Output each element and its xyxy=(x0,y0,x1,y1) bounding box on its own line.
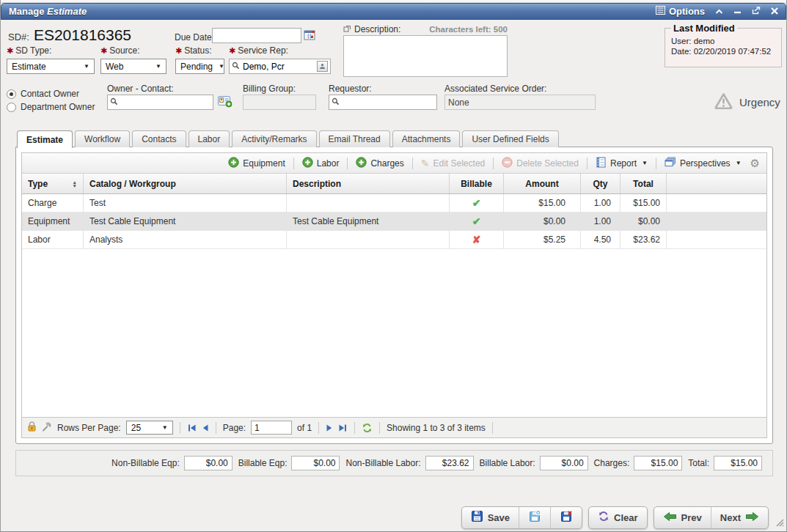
close-button[interactable] xyxy=(771,7,778,17)
column-header-catalog-workgroup[interactable]: Catalog / Workgroup xyxy=(84,174,287,193)
requestor-field[interactable] xyxy=(329,95,437,110)
total-grand: Total: $15.00 xyxy=(688,456,762,470)
sd-type-select[interactable]: Estimate xyxy=(7,59,95,74)
tab-email-thread[interactable]: Email Thread xyxy=(319,130,390,147)
search-icon xyxy=(232,62,240,72)
next-page-button[interactable] xyxy=(326,424,333,432)
refresh-icon[interactable] xyxy=(362,423,373,433)
tab-contacts[interactable]: Contacts xyxy=(132,130,186,147)
owner-contact-input[interactable] xyxy=(121,97,211,108)
source-select[interactable]: Web xyxy=(100,59,166,74)
add-labor-button[interactable]: Labor xyxy=(299,157,343,170)
next-button[interactable]: Next xyxy=(711,507,768,528)
total-non-billable-eqp: Non-Billable Eqp: $0.00 xyxy=(111,456,233,470)
cell-total: $0.00 xyxy=(621,213,667,230)
collapse-button[interactable] xyxy=(715,7,723,17)
resize-grip[interactable] xyxy=(775,517,784,529)
page-label: Page: xyxy=(223,423,246,433)
chevron-up-icon xyxy=(715,7,723,17)
page-number-input[interactable] xyxy=(251,421,292,435)
cell-description: Test Cable Equipment xyxy=(287,213,450,230)
edit-selected-button[interactable]: Edit Selected xyxy=(417,158,488,169)
characters-left-counter: Characters left: 500 xyxy=(429,25,508,34)
clear-button[interactable]: Clear xyxy=(589,507,647,528)
prev-button[interactable]: Prev xyxy=(654,507,711,528)
last-page-button[interactable] xyxy=(338,424,348,432)
column-header-total[interactable]: Total xyxy=(621,174,667,193)
add-charges-button[interactable]: Charges xyxy=(352,157,407,170)
last-modified-title: Last Modified xyxy=(671,23,737,34)
add-contact-icon[interactable] xyxy=(218,95,233,110)
rows-per-page-select[interactable]: 25 xyxy=(126,421,173,435)
minus-circle-icon xyxy=(502,157,513,170)
close-icon xyxy=(771,7,778,17)
service-rep-input[interactable] xyxy=(243,62,314,72)
tab-user-defined-fields[interactable]: User Defined Fields xyxy=(462,130,558,147)
total-non-billable-labor: Non-Billable Labor: $23.62 xyxy=(345,456,473,470)
tab-activity-remarks[interactable]: Activity/Remarks xyxy=(232,130,316,147)
owner-contact-field[interactable] xyxy=(107,95,213,110)
estimate-grid: Equipment Labor Charges Edit Selected xyxy=(21,152,767,438)
sort-icon[interactable]: ▲▼ xyxy=(73,180,77,188)
delete-selected-button[interactable]: Delete Selected xyxy=(498,157,582,170)
toolbar-separator xyxy=(587,158,587,169)
report-button[interactable]: Report ▼ xyxy=(592,157,651,170)
tab-estimate[interactable]: Estimate xyxy=(17,130,73,148)
cell-amount: $0.00 xyxy=(504,213,581,230)
description-textarea[interactable] xyxy=(343,35,508,77)
column-header-description[interactable]: Description xyxy=(287,174,450,193)
popout-button[interactable] xyxy=(752,7,761,17)
add-equipment-button[interactable]: Equipment xyxy=(224,157,288,170)
showing-items-text: Showing 1 to 3 of 3 items xyxy=(387,423,486,433)
tab-labor[interactable]: Labor xyxy=(188,130,230,147)
save-and-new-button[interactable] xyxy=(519,507,550,528)
status-select[interactable]: Pending xyxy=(175,59,224,74)
cell-amount: $15.00 xyxy=(504,194,581,212)
calendar-icon[interactable] xyxy=(304,29,316,43)
gear-icon[interactable] xyxy=(748,157,762,170)
column-header-amount[interactable]: Amount xyxy=(504,174,581,193)
tab-attachments[interactable]: Attachments xyxy=(392,130,461,147)
clear-button-group: Clear xyxy=(588,506,648,529)
save-button[interactable]: Save xyxy=(462,507,519,528)
cell-type: Charge xyxy=(22,194,84,212)
page-count-label: of 1 xyxy=(297,423,312,433)
save-and-close-button[interactable] xyxy=(550,507,582,528)
table-row[interactable]: Charge Test ✔ $15.00 1.00 $15.00 xyxy=(22,194,766,213)
popout-field-icon[interactable] xyxy=(343,24,351,34)
due-date-input[interactable] xyxy=(212,28,301,43)
report-icon xyxy=(596,157,607,170)
wrench-icon[interactable] xyxy=(42,421,52,434)
search-icon xyxy=(332,97,340,108)
lock-icon[interactable] xyxy=(27,421,37,434)
column-header-qty[interactable]: Qty xyxy=(581,174,621,193)
table-header: Type ▲▼ Catalog / Workgroup Description … xyxy=(22,174,766,194)
first-page-button[interactable] xyxy=(187,424,197,432)
options-button[interactable]: Options xyxy=(656,6,705,17)
perspectives-button[interactable]: Perspectives ▼ xyxy=(661,157,745,170)
column-header-type[interactable]: Type ▲▼ xyxy=(22,174,84,193)
billing-group-label: Billing Group: xyxy=(243,84,296,94)
department-owner-radio[interactable]: Department Owner xyxy=(7,102,95,112)
last-modified-panel: Last Modified User: demo Date: 02/20/201… xyxy=(665,23,782,67)
prev-page-button[interactable] xyxy=(202,424,209,432)
table-row[interactable]: Equipment Test Cable Equipment Test Cabl… xyxy=(22,213,766,231)
requestor-input[interactable] xyxy=(343,97,434,108)
contact-owner-radio[interactable]: Contact Owner xyxy=(7,89,79,99)
person-picker-icon[interactable] xyxy=(317,61,328,72)
cell-amount: $5.25 xyxy=(504,231,581,248)
urgency-indicator[interactable]: Urgency xyxy=(714,92,780,112)
chevron-down-icon: ▼ xyxy=(642,160,648,166)
tab-workflow[interactable]: Workflow xyxy=(75,130,130,147)
minimize-button[interactable] xyxy=(733,7,742,17)
column-header-billable[interactable]: Billable xyxy=(450,174,504,193)
table-row[interactable]: Labor Analysts ✘ $5.25 4.50 $23.62 xyxy=(22,231,766,249)
service-rep-field[interactable] xyxy=(229,59,331,74)
cell-filler xyxy=(667,231,766,248)
total-value: $0.00 xyxy=(540,456,588,470)
description-label: Description: xyxy=(354,24,400,34)
requestor-label: Requestor: xyxy=(329,84,372,94)
footer-button-bar: Save Clear Prev Next xyxy=(1,503,786,532)
cell-catalog: Test xyxy=(84,194,287,212)
grid-empty-area xyxy=(22,249,766,417)
